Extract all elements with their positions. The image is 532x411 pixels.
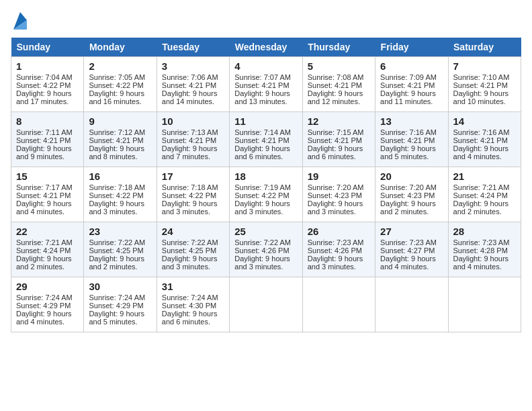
day-number: 16 <box>89 171 151 182</box>
sunrise-text: Sunrise: 7:22 AM <box>162 238 218 246</box>
sunset-text: Sunset: 4:21 PM <box>234 81 289 89</box>
sunset-text: Sunset: 4:21 PM <box>162 136 216 144</box>
day-number: 6 <box>380 60 443 72</box>
col-wednesday: Wednesday <box>230 38 302 57</box>
sunset-text: Sunset: 4:24 PM <box>453 191 508 199</box>
day-number: 12 <box>308 116 370 127</box>
day-number: 8 <box>16 116 79 127</box>
day-number: 31 <box>162 281 224 292</box>
sunrise-text: Sunrise: 7:22 AM <box>89 238 145 246</box>
daylight-text: Daylight: 9 hours and 4 minutes. <box>453 144 509 161</box>
calendar-row: 1Sunrise: 7:04 AMSunset: 4:22 PMDaylight… <box>11 57 521 112</box>
daylight-text: Daylight: 9 hours and 6 minutes. <box>162 310 218 326</box>
sunrise-text: Sunrise: 7:23 AM <box>453 238 510 246</box>
sunrise-text: Sunrise: 7:09 AM <box>380 73 437 81</box>
daylight-text: Daylight: 9 hours and 4 minutes. <box>380 255 436 271</box>
calendar-cell: 12Sunrise: 7:15 AMSunset: 4:21 PMDayligh… <box>302 112 375 167</box>
daylight-text: Daylight: 9 hours and 2 minutes. <box>89 255 144 271</box>
sunset-text: Sunset: 4:26 PM <box>308 246 362 255</box>
day-number: 13 <box>380 116 443 127</box>
calendar-cell: 20Sunrise: 7:20 AMSunset: 4:23 PMDayligh… <box>375 167 448 222</box>
day-number: 25 <box>234 226 297 237</box>
daylight-text: Daylight: 9 hours and 3 minutes. <box>308 199 363 216</box>
calendar-cell: 25Sunrise: 7:22 AMSunset: 4:26 PMDayligh… <box>230 222 302 277</box>
sunset-text: Sunset: 4:27 PM <box>380 246 435 255</box>
sunrise-text: Sunrise: 7:15 AM <box>308 128 364 136</box>
calendar-cell: 29Sunrise: 7:24 AMSunset: 4:29 PMDayligh… <box>11 277 84 332</box>
sunrise-text: Sunrise: 7:16 AM <box>453 128 510 136</box>
sunrise-text: Sunrise: 7:13 AM <box>162 128 218 136</box>
sunset-text: Sunset: 4:21 PM <box>308 81 362 89</box>
sunset-text: Sunset: 4:21 PM <box>380 81 435 89</box>
sunset-text: Sunset: 4:21 PM <box>234 136 289 144</box>
sunrise-text: Sunrise: 7:05 AM <box>89 73 145 81</box>
sunrise-text: Sunrise: 7:24 AM <box>162 293 218 302</box>
daylight-text: Daylight: 9 hours and 7 minutes. <box>162 144 218 161</box>
daylight-text: Daylight: 9 hours and 3 minutes. <box>234 199 290 216</box>
daylight-text: Daylight: 9 hours and 2 minutes. <box>380 199 436 216</box>
calendar-row: 22Sunrise: 7:21 AMSunset: 4:24 PMDayligh… <box>11 222 521 277</box>
daylight-text: Daylight: 9 hours and 3 minutes. <box>162 199 218 216</box>
daylight-text: Daylight: 9 hours and 6 minutes. <box>308 144 363 161</box>
day-number: 4 <box>234 60 297 72</box>
sunrise-text: Sunrise: 7:24 AM <box>89 293 145 302</box>
sunset-text: Sunset: 4:21 PM <box>308 136 362 144</box>
calendar-row: 8Sunrise: 7:11 AMSunset: 4:21 PMDaylight… <box>11 112 521 167</box>
sunrise-text: Sunrise: 7:17 AM <box>16 183 73 191</box>
calendar-row: 29Sunrise: 7:24 AMSunset: 4:29 PMDayligh… <box>11 277 521 332</box>
sunrise-text: Sunrise: 7:06 AM <box>162 73 218 81</box>
calendar-cell: 31Sunrise: 7:24 AMSunset: 4:30 PMDayligh… <box>157 277 229 332</box>
sunrise-text: Sunrise: 7:10 AM <box>453 73 510 81</box>
sunset-text: Sunset: 4:21 PM <box>380 136 435 144</box>
sunrise-text: Sunrise: 7:16 AM <box>380 128 437 136</box>
calendar-cell: 30Sunrise: 7:24 AMSunset: 4:29 PMDayligh… <box>84 277 157 332</box>
sunset-text: Sunset: 4:25 PM <box>89 246 143 255</box>
day-number: 18 <box>234 171 297 182</box>
daylight-text: Daylight: 9 hours and 2 minutes. <box>453 199 509 216</box>
day-number: 3 <box>162 60 224 72</box>
sunset-text: Sunset: 4:22 PM <box>162 191 216 199</box>
day-number: 15 <box>16 171 79 182</box>
col-friday: Friday <box>375 38 448 57</box>
daylight-text: Daylight: 9 hours and 4 minutes. <box>453 255 509 271</box>
daylight-text: Daylight: 9 hours and 8 minutes. <box>89 144 144 161</box>
sunset-text: Sunset: 4:22 PM <box>89 191 143 199</box>
daylight-text: Daylight: 9 hours and 13 minutes. <box>234 89 290 105</box>
daylight-text: Daylight: 9 hours and 5 minutes. <box>89 310 144 326</box>
calendar-cell <box>375 277 448 332</box>
sunset-text: Sunset: 4:24 PM <box>16 246 71 255</box>
day-number: 5 <box>308 60 370 72</box>
sunset-text: Sunset: 4:21 PM <box>453 81 508 89</box>
sunrise-text: Sunrise: 7:18 AM <box>162 183 218 191</box>
day-number: 10 <box>162 116 224 127</box>
col-tuesday: Tuesday <box>157 38 229 57</box>
sunset-text: Sunset: 4:22 PM <box>16 81 71 89</box>
calendar-cell: 27Sunrise: 7:23 AMSunset: 4:27 PMDayligh… <box>375 222 448 277</box>
daylight-text: Daylight: 9 hours and 4 minutes. <box>16 199 72 216</box>
sunrise-text: Sunrise: 7:21 AM <box>16 238 73 246</box>
calendar-cell: 7Sunrise: 7:10 AMSunset: 4:21 PMDaylight… <box>448 57 521 112</box>
sunrise-text: Sunrise: 7:21 AM <box>453 183 510 191</box>
calendar-cell: 24Sunrise: 7:22 AMSunset: 4:25 PMDayligh… <box>157 222 229 277</box>
day-number: 7 <box>453 60 516 72</box>
calendar-cell: 2Sunrise: 7:05 AMSunset: 4:22 PMDaylight… <box>84 57 157 112</box>
sunrise-text: Sunrise: 7:08 AM <box>308 73 364 81</box>
day-number: 9 <box>89 116 151 127</box>
daylight-text: Daylight: 9 hours and 9 minutes. <box>16 144 72 161</box>
day-number: 1 <box>16 60 79 72</box>
logo <box>11 11 28 31</box>
sunset-text: Sunset: 4:28 PM <box>453 246 508 255</box>
calendar-cell <box>448 277 521 332</box>
col-thursday: Thursday <box>302 38 375 57</box>
calendar-cell: 28Sunrise: 7:23 AMSunset: 4:28 PMDayligh… <box>448 222 521 277</box>
calendar-cell: 19Sunrise: 7:20 AMSunset: 4:23 PMDayligh… <box>302 167 375 222</box>
daylight-text: Daylight: 9 hours and 2 minutes. <box>16 255 72 271</box>
calendar-cell: 9Sunrise: 7:12 AMSunset: 4:21 PMDaylight… <box>84 112 157 167</box>
calendar-cell: 17Sunrise: 7:18 AMSunset: 4:22 PMDayligh… <box>157 167 229 222</box>
calendar-cell: 14Sunrise: 7:16 AMSunset: 4:21 PMDayligh… <box>448 112 521 167</box>
daylight-text: Daylight: 9 hours and 3 minutes. <box>162 255 218 271</box>
day-number: 29 <box>16 281 79 292</box>
sunset-text: Sunset: 4:25 PM <box>162 246 216 255</box>
day-number: 2 <box>89 60 151 72</box>
day-number: 30 <box>89 281 151 292</box>
